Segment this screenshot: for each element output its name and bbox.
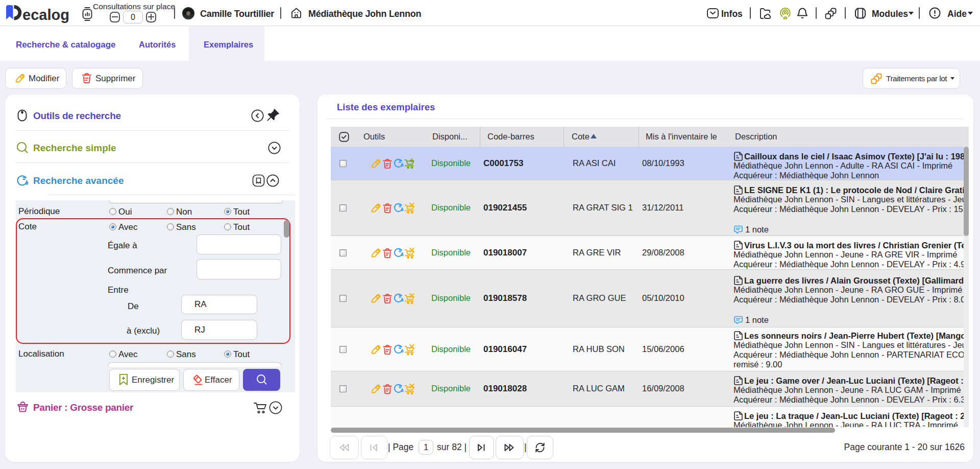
- svg-text:ecalog: ecalog: [22, 6, 69, 23]
